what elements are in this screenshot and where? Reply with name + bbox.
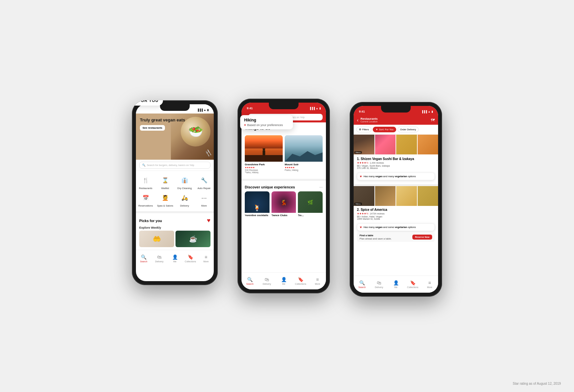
reserve-title: Find a table [360, 234, 392, 237]
phone-1: 🤍 FOR YOU ▐▐▐ ▲ ▮ Truly great vegan eats… [132, 100, 218, 285]
star-rating-note: Star rating as of August 12, 2019 [513, 382, 561, 385]
rest-header-sub: Current Location [361, 120, 378, 123]
vegan-text-2: Has many vegan and some vegetarian optio… [364, 226, 416, 229]
place-card-mount[interactable]: Mount Sutr ★★★★★ Parks, Hiking [285, 135, 323, 174]
nav-me[interactable]: 👤 Me [167, 250, 182, 267]
discover-section: Discover unique experiences ··· 🍹 Invent… [241, 182, 326, 219]
p2-collections-label: Collections [295, 283, 306, 285]
category-delivery[interactable]: 🛵 Delivery [175, 191, 194, 209]
photo-2-4 [418, 186, 438, 206]
notch-3 [381, 106, 411, 113]
place-card-grandview[interactable]: Grandview Park ★★★★★ 316 Reviews Parks, … [245, 135, 283, 174]
notch-1 [160, 104, 190, 111]
reserve-now-button[interactable]: Reserve Now [412, 235, 432, 240]
p3-me-icon: 👤 [393, 280, 399, 285]
more-exp-image: 🌿 [298, 191, 323, 213]
mount-name: Mount Sutr [285, 163, 323, 166]
hero-section: Truly great vegan eats See restaurants 🥗… [136, 114, 214, 160]
picks-title: Picks for you [139, 219, 162, 223]
map-icon[interactable]: 🗺 [431, 118, 435, 122]
p2-more-label: More [315, 283, 320, 285]
order-label: Order Delivery [400, 128, 416, 131]
p2-nav-collections[interactable]: 🔖 Collections [292, 273, 309, 289]
mount-type: Parks, Hiking [285, 169, 323, 171]
category-reservations[interactable]: 📅 Reservations [136, 191, 155, 209]
vegan-heart-icon-2: ♥ [360, 225, 362, 229]
category-auto-repair[interactable]: 🔧 Auto Repair [194, 174, 214, 191]
p2-collections-icon: 🔖 [298, 277, 303, 282]
p3-nav-search[interactable]: 🔍 Search [354, 276, 370, 293]
nav-more-label: More [203, 260, 208, 263]
p2-search-icon: 🔍 [247, 277, 253, 282]
category-grid: 🍴 Restaurants ⌛ Waitlist 👔 Dry Cleaning … [136, 171, 214, 211]
p3-more-icon: ≡ [428, 280, 431, 285]
things-section: Things to do Grandview Park [241, 122, 326, 179]
for-you-text: FOR YOU [138, 100, 158, 103]
rest1-name: 1. Shizen Vegan Sushi Bar & Izakaya [357, 157, 435, 161]
exp-card-dance[interactable]: 💃 Dance Clubs [271, 191, 296, 217]
p3-collections-label: Collections [407, 286, 418, 288]
more-exp-name: Do... [298, 214, 323, 217]
dance-name: Dance Clubs [271, 214, 296, 217]
p3-nav-me[interactable]: 👤 Me [387, 276, 404, 293]
nav-delivery[interactable]: 🛍 Delivery [151, 250, 167, 267]
divider-2 [241, 179, 326, 181]
exp-card-more[interactable]: 🌿 Do... [298, 191, 323, 217]
wifi-2: ▲ [316, 107, 318, 110]
phone1-search-input[interactable]: 🔍 Search for burgers, delivery, barers o… [139, 162, 210, 169]
search-icon: 🔍 [142, 164, 145, 167]
category-dry-cleaning[interactable]: 👔 Dry Cleaning [175, 174, 194, 191]
p2-delivery-label: Delivery [263, 283, 271, 285]
category-spas[interactable]: 💆 Spas & Salons [155, 191, 175, 209]
cocktails-name: Inventive cocktails [245, 214, 270, 217]
restaurant-header: ‹ Restaurants Current Location 🗺 [354, 115, 438, 125]
nav-collections[interactable]: 🔖 Collections [183, 250, 198, 267]
p2-nav-more[interactable]: ≡ More [309, 273, 326, 289]
rest1-stars: ★★★★½ [357, 161, 368, 164]
p3-nav-delivery[interactable]: 🛍 Delivery [370, 276, 387, 293]
phone2-bottom-nav: 🔍 Search 🛍 Delivery 👤 Me 🔖 Collections ≡ [241, 272, 326, 289]
cat-label-dry-cleaning: Dry Cleaning [177, 187, 192, 190]
place-cards: Grandview Park ★★★★★ 316 Reviews Parks, … [245, 133, 323, 176]
rest2-reviews: 14734 reviews [370, 212, 385, 215]
nav-more[interactable]: ≡ More [198, 250, 214, 267]
p2-nav-delivery[interactable]: 🛍 Delivery [258, 273, 275, 289]
p3-nav-more[interactable]: ≡ More [421, 276, 438, 293]
ground [245, 155, 283, 162]
p3-more-label: More [427, 286, 432, 288]
grandview-name: Grandview Park [245, 163, 283, 166]
photo-1-1: Menu [354, 135, 374, 154]
auto-repair-icon: 🔧 [199, 175, 209, 185]
food-emoji: 🥗 [188, 125, 203, 139]
category-more[interactable]: ··· More [194, 191, 214, 209]
category-waitlist[interactable]: ⌛ Waitlist [155, 174, 175, 191]
phone1-search-row: 🔍 Search for burgers, delivery, barers o… [136, 160, 214, 171]
nav-delivery-label: Delivery [155, 260, 163, 263]
p3-nav-collections[interactable]: 🔖 Collections [404, 276, 421, 293]
waitlist-icon: ⌛ [160, 175, 171, 185]
nav-search[interactable]: 🔍 Search [136, 250, 151, 267]
p2-nav-search[interactable]: 🔍 Search [241, 273, 258, 289]
filters-button[interactable]: ⚙ Filters [356, 127, 371, 132]
back-button-3[interactable]: ‹ [357, 117, 359, 123]
phone1-bottom-nav: 🔍 Search 🛍 Delivery 👤 Me 🔖 Collections ≡ [136, 250, 214, 267]
exp-card-cocktails[interactable]: 🍹 Inventive cocktails [245, 191, 270, 217]
phone-3: 9:41 ▐▐▐ ▲ ▮ ‹ Restaurants Current Locat… [350, 102, 442, 297]
cat-label-more: More [201, 204, 207, 207]
status-icons-1: ▐▐▐ ▲ ▮ [197, 109, 208, 112]
see-restaurants-button[interactable]: See restaurants [140, 125, 165, 131]
restaurant-2-section: 2. Spice of America ★★★★½ 14734 reviews … [354, 206, 438, 244]
time-3: 9:41 [359, 110, 365, 113]
photo-2-2 [375, 186, 396, 206]
p2-nav-me[interactable]: 👤 Me [275, 273, 292, 289]
mount-stars: ★★★★★ [285, 166, 323, 169]
p2-me-label: Me [282, 283, 285, 285]
category-restaurants[interactable]: 🍴 Restaurants [136, 174, 155, 191]
cat-label-waitlist: Waitlist [161, 187, 169, 190]
cat-label-delivery: Delivery [180, 204, 189, 207]
reserve-subtitle: Plan ahead and save a table. [360, 237, 392, 240]
order-delivery-button[interactable]: Order Delivery [398, 127, 419, 132]
sort-button[interactable]: ▼ Sort: For You [373, 127, 396, 132]
phone3-bottom-nav: 🔍 Search 🛍 Delivery 👤 Me 🔖 Collections ≡ [354, 276, 438, 293]
divider-1 [136, 211, 214, 213]
